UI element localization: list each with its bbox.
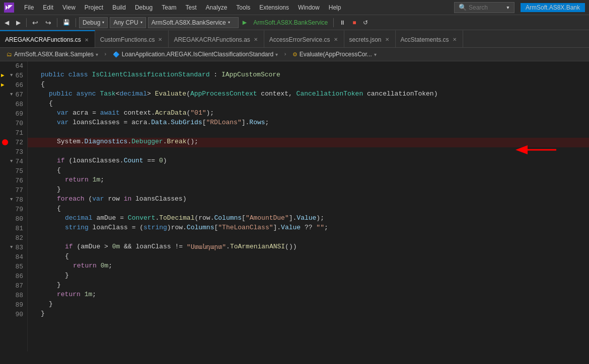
code-line-65: public class IsClientClassificationStand…	[28, 71, 589, 80]
separator-3	[76, 18, 76, 27]
menu-view[interactable]: View	[58, 3, 80, 12]
line-numbers: 64 ▶ ▼ 65 ▶ 66 ▼ 67 68 69 70 71 72 73	[0, 61, 28, 351]
menu-project[interactable]: Project	[81, 3, 107, 12]
search-box[interactable]: 🔍 ▾	[454, 2, 514, 13]
gutter-69: 69	[0, 109, 27, 119]
editor: 64 ▶ ▼ 65 ▶ 66 ▼ 67 68 69 70 71 72 73	[0, 61, 589, 351]
search-input[interactable]	[469, 4, 504, 11]
nav-method-dropdown[interactable]: ⚙ Evaluate(AppProcessCor... ▾	[288, 49, 381, 59]
tab-close-0[interactable]: ✕	[84, 37, 90, 43]
debug-arrow-icon: ▶	[1, 71, 5, 80]
tab-acc-statements[interactable]: AccStatements.cs ✕	[396, 30, 463, 47]
menu-debug[interactable]: Debug	[131, 3, 157, 12]
menu-analyze[interactable]: Analyze	[202, 3, 232, 12]
gutter-78: ▼ 78	[0, 195, 27, 205]
gutter-65: ▶ ▼ 65	[0, 71, 27, 80]
platform-dropdown[interactable]: Any CPU ▾	[110, 17, 145, 28]
collapse-83[interactable]: ▼	[10, 243, 13, 252]
code-area[interactable]: public class IsClientClassificationStand…	[28, 61, 589, 351]
nav-row: 🗂 ArmSoft.AS8X.Bank.Samples ▾ › 🔷 LoanAp…	[0, 48, 589, 61]
debug-arrow-icon-66: ▶	[1, 80, 5, 90]
menu-tools[interactable]: Tools	[232, 3, 254, 12]
platform-dropdown-arrow: ▾	[140, 20, 142, 25]
tab-access-error[interactable]: AccessErrorService.cs ✕	[264, 30, 344, 47]
separator-1	[26, 18, 27, 27]
code-line-83: if (amDue > 0m && loanClass != "Ստանդարտ…	[28, 243, 589, 252]
play-button[interactable]: ▶	[241, 18, 249, 27]
code-line-71	[28, 128, 589, 138]
menu-test[interactable]: Test	[182, 3, 201, 12]
collapse-74[interactable]: ▼	[10, 157, 13, 166]
toolbar-save-all[interactable]: 💾	[60, 18, 72, 27]
tab-close-4[interactable]: ✕	[384, 36, 390, 43]
restart-button[interactable]: ↺	[360, 18, 371, 27]
gutter-90: 90	[0, 310, 27, 319]
menu-help[interactable]: Help	[325, 3, 345, 12]
menu-build[interactable]: Build	[108, 3, 130, 12]
menu-bar: File Edit View Project Build Debug Team …	[20, 3, 345, 12]
gutter-89: 89	[0, 300, 27, 310]
tab-close-3[interactable]: ✕	[333, 36, 339, 43]
gutter-72: 72	[0, 138, 27, 147]
nav-project-label: ArmSoft.AS8X.Bank.Samples	[14, 51, 94, 58]
nav-class-dropdown[interactable]: 🔷 LoanApplication.AREGAK.IsClientClassif…	[108, 49, 283, 59]
toolbar-redo[interactable]: ↪	[43, 18, 54, 28]
code-line-82	[28, 233, 589, 243]
toolbar-nav-back[interactable]: ◀	[2, 18, 12, 27]
tab-close-1[interactable]: ✕	[157, 36, 163, 43]
gutter-74: ▼ 74	[0, 157, 27, 166]
collapse-65[interactable]: ▼	[10, 71, 13, 80]
play-text[interactable]: ArmSoft.AS8X.BankService	[251, 18, 330, 27]
collapse-67[interactable]: ▼	[10, 90, 13, 100]
separator-2	[57, 18, 57, 27]
code-line-90: }	[28, 310, 589, 319]
config-dropdown[interactable]: Debug ▾	[79, 17, 108, 28]
nav-class-icon: 🔷	[113, 51, 120, 58]
toolbar-nav-forward[interactable]: ▶	[14, 18, 23, 27]
menu-extensions[interactable]: Extensions	[255, 3, 293, 12]
gutter-81: 81	[0, 224, 27, 233]
code-line-80: decimal amDue = Convert.ToDecimal(row.Co…	[28, 214, 589, 224]
gutter-87: 87	[0, 281, 27, 291]
gutter-77: 77	[0, 186, 27, 195]
stop-button[interactable]: ■	[350, 18, 358, 27]
code-line-68: {	[28, 100, 589, 109]
toolbar-undo[interactable]: ↩	[30, 18, 41, 28]
gutter-66: ▶ 66	[0, 80, 27, 90]
tab-label: AccessErrorService.cs	[269, 36, 330, 43]
menu-edit[interactable]: Edit	[39, 3, 57, 12]
tab-custom-functions[interactable]: CustomFunctions.cs ✕	[95, 30, 169, 47]
nav-separator-1: ›	[104, 51, 107, 57]
tab-close-2[interactable]: ✕	[253, 36, 259, 43]
code-line-81: string loanClass = (string)row.Columns["…	[28, 224, 589, 233]
code-line-87: }	[28, 281, 589, 291]
search-dropdown-icon[interactable]: ▾	[506, 4, 510, 12]
tab-label: AREGAKACRAFunctions.as	[174, 36, 250, 43]
menu-window[interactable]: Window	[294, 3, 324, 12]
code-line-78: foreach (var row in loansClasses)	[28, 195, 589, 205]
nav-project-arrow: ▾	[96, 52, 98, 57]
tab-aregarakacra-functions[interactable]: AREGAKACRAFunctions.cs ✕	[0, 30, 95, 47]
gutter-80: 80	[0, 214, 27, 224]
code-line-89: }	[28, 300, 589, 310]
code-line-64	[28, 61, 589, 71]
tab-secrets[interactable]: secrets.json ✕	[344, 30, 396, 47]
nav-method-icon: ⚙	[292, 51, 298, 58]
pause-button[interactable]: ⏸	[337, 18, 348, 27]
code-line-67: public async Task<decimal> Evaluate(AppP…	[28, 90, 589, 100]
gutter-84: 84	[0, 252, 27, 262]
breakpoint-icon[interactable]	[2, 139, 8, 145]
tab-aregarakacra-as[interactable]: AREGAKACRAFunctions.as ✕	[169, 30, 264, 47]
project-dropdown[interactable]: ArmSoft.AS8X.BankService ▾	[148, 17, 239, 28]
collapse-78[interactable]: ▼	[10, 195, 13, 205]
nav-bars: 🗂 ArmSoft.AS8X.Bank.Samples ▾ › 🔷 LoanAp…	[0, 48, 589, 61]
vs-logo	[4, 3, 14, 13]
menu-team[interactable]: Team	[158, 3, 180, 12]
nav-project-icon: 🗂	[7, 51, 12, 57]
gutter-82: 82	[0, 233, 27, 243]
nav-project-dropdown[interactable]: 🗂 ArmSoft.AS8X.Bank.Samples ▾	[2, 49, 103, 59]
gutter-64: 64	[0, 61, 27, 71]
tab-close-5[interactable]: ✕	[452, 36, 458, 43]
menu-file[interactable]: File	[20, 3, 38, 12]
code-line-84: {	[28, 252, 589, 262]
